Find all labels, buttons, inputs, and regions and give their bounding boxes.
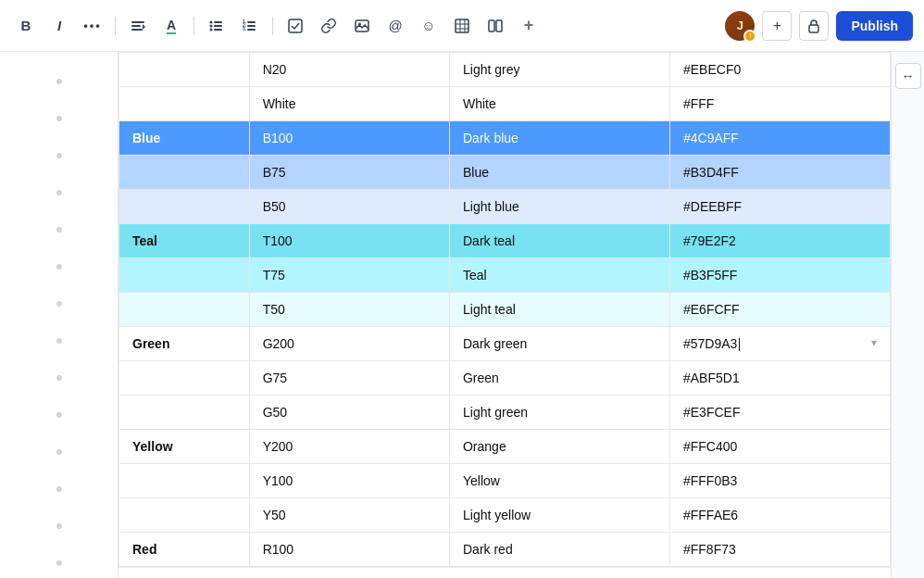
table-row: Teal T100 Dark teal #79E2F2 bbox=[119, 224, 891, 258]
name-cell: Dark blue bbox=[449, 121, 669, 156]
toolbar-left: B I ••• A bbox=[11, 11, 719, 41]
table-row: Blue B100 Dark blue #4C9AFF bbox=[119, 121, 891, 156]
hex-cell[interactable]: #E6FCFF bbox=[669, 293, 890, 327]
code-cell[interactable]: B50 bbox=[249, 190, 449, 224]
category-cell bbox=[119, 156, 250, 190]
code-cell[interactable]: G50 bbox=[249, 396, 449, 430]
svg-rect-5 bbox=[214, 21, 222, 23]
add-collaborator-button[interactable]: + bbox=[762, 11, 792, 41]
hex-cell[interactable]: #FFF bbox=[669, 87, 890, 121]
code-cell[interactable]: T75 bbox=[249, 258, 449, 293]
code-cell[interactable]: B75 bbox=[249, 156, 449, 190]
align-button[interactable] bbox=[123, 11, 153, 41]
bold-button[interactable]: B bbox=[11, 11, 41, 41]
image-button[interactable] bbox=[347, 11, 377, 41]
avatar-wrapper[interactable]: J ! bbox=[725, 11, 755, 41]
category-cell bbox=[119, 361, 250, 396]
code-cell[interactable]: G200 bbox=[249, 327, 449, 361]
plus-button[interactable]: + bbox=[514, 11, 543, 41]
code-cell[interactable]: T50 bbox=[249, 293, 449, 327]
numbered-list-button[interactable]: 1. 2. 3. bbox=[235, 11, 265, 41]
hex-cell[interactable]: #DEEBFF bbox=[669, 190, 890, 224]
table-icon bbox=[455, 19, 469, 33]
svg-rect-25 bbox=[496, 20, 502, 31]
table-button[interactable] bbox=[447, 11, 477, 41]
hex-cell[interactable]: #EBECF0 bbox=[669, 53, 890, 87]
code-cell[interactable]: R100 bbox=[249, 533, 449, 567]
code-cell[interactable]: White bbox=[249, 87, 449, 121]
hex-cell[interactable]: #57D9A3 ▾ bbox=[669, 327, 890, 361]
align-icon bbox=[131, 19, 145, 33]
name-cell: White bbox=[449, 87, 669, 121]
bullet-list-button[interactable] bbox=[202, 11, 231, 41]
image-icon bbox=[355, 19, 369, 33]
svg-rect-1 bbox=[131, 25, 141, 27]
code-cell[interactable]: T100 bbox=[249, 224, 449, 258]
hex-cell[interactable]: #FFC400 bbox=[669, 430, 890, 464]
svg-rect-16 bbox=[289, 19, 302, 32]
svg-rect-24 bbox=[489, 20, 494, 31]
hex-cell[interactable]: #B3F5FF bbox=[669, 258, 890, 293]
chevron-down-icon[interactable]: ▾ bbox=[871, 336, 877, 349]
code-cell[interactable]: G75 bbox=[249, 361, 449, 396]
svg-marker-3 bbox=[143, 24, 145, 30]
hex-cell[interactable]: #FFF0B3 bbox=[669, 464, 890, 498]
table-row: White White #FFF bbox=[119, 87, 891, 121]
svg-point-6 bbox=[210, 24, 213, 27]
hex-cell[interactable]: #B3D4FF bbox=[669, 156, 890, 190]
category-cell: Yellow bbox=[119, 430, 250, 464]
color-table: N20 Light grey #EBECF0 White White #FFF … bbox=[119, 52, 891, 567]
hex-cell[interactable]: #E3FCEF bbox=[669, 396, 890, 430]
category-cell: Green bbox=[119, 327, 250, 361]
link-icon bbox=[321, 19, 336, 33]
emoji-button[interactable]: ☺ bbox=[414, 11, 443, 41]
svg-rect-9 bbox=[214, 29, 222, 31]
checkbox-button[interactable] bbox=[281, 11, 310, 41]
category-cell: Teal bbox=[119, 224, 250, 258]
hex-cell[interactable]: #FF8F73 bbox=[669, 533, 890, 567]
code-cell[interactable]: Y50 bbox=[249, 498, 449, 533]
numbered-list-icon: 1. 2. 3. bbox=[243, 19, 257, 33]
svg-rect-26 bbox=[809, 25, 818, 32]
category-cell bbox=[119, 53, 250, 87]
code-cell[interactable]: N20 bbox=[249, 53, 449, 87]
more-button[interactable]: ••• bbox=[78, 11, 107, 41]
expand-table-button[interactable]: ↔ bbox=[895, 63, 921, 89]
code-cell[interactable]: Y200 bbox=[249, 430, 449, 464]
toolbar: B I ••• A bbox=[0, 0, 924, 52]
svg-rect-0 bbox=[131, 21, 144, 23]
code-cell[interactable]: B100 bbox=[249, 121, 449, 156]
hex-cell[interactable]: #FFFAE6 bbox=[669, 498, 890, 533]
name-cell: Teal bbox=[449, 258, 669, 293]
text-cursor bbox=[739, 338, 740, 351]
separator-1 bbox=[115, 17, 116, 35]
table-row: G75 Green #ABF5D1 bbox=[119, 361, 891, 396]
layout-button[interactable] bbox=[481, 11, 510, 41]
toolbar-right: J ! + Publish bbox=[725, 11, 913, 41]
svg-rect-7 bbox=[214, 25, 222, 27]
text-color-button[interactable]: A bbox=[156, 11, 186, 41]
name-cell: Light yellow bbox=[449, 498, 669, 533]
category-cell: Red bbox=[119, 533, 250, 567]
row-indicator bbox=[0, 471, 118, 508]
row-indicator bbox=[0, 285, 118, 322]
hex-cell[interactable]: #ABF5D1 bbox=[669, 361, 890, 396]
publish-button[interactable]: Publish bbox=[836, 11, 913, 41]
italic-button[interactable]: I bbox=[44, 11, 74, 41]
row-indicator bbox=[0, 100, 118, 137]
category-cell bbox=[119, 190, 250, 224]
code-cell[interactable]: Y100 bbox=[249, 464, 449, 498]
lock-button[interactable] bbox=[799, 11, 829, 41]
right-panel: ↔ bbox=[891, 52, 924, 578]
name-cell: Light teal bbox=[449, 293, 669, 327]
delete-table-button[interactable] bbox=[229, 573, 255, 578]
row-indicator bbox=[0, 396, 118, 434]
name-cell: Green bbox=[449, 361, 669, 396]
at-button[interactable]: @ bbox=[381, 11, 410, 41]
hex-cell[interactable]: #4C9AFF bbox=[669, 121, 890, 156]
table-row: N20 Light grey #EBECF0 bbox=[119, 53, 891, 87]
row-indicator bbox=[0, 63, 118, 100]
hex-cell[interactable]: #79E2F2 bbox=[669, 224, 890, 258]
category-cell bbox=[119, 464, 250, 498]
link-button[interactable] bbox=[314, 11, 343, 41]
